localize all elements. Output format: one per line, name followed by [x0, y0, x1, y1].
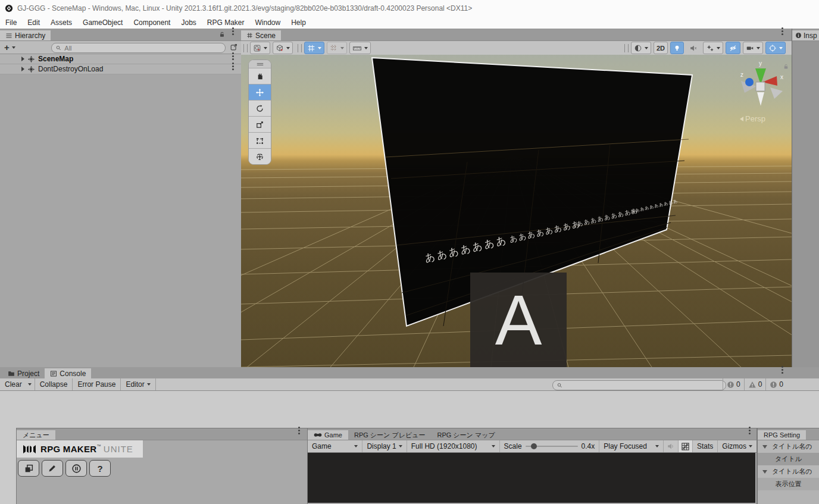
- play-focused-dropdown[interactable]: Play Focused: [599, 440, 664, 452]
- info-count-toggle[interactable]: 0: [723, 378, 744, 390]
- row-kebab-icon[interactable]: [232, 62, 234, 64]
- menu-rpg-maker[interactable]: RPG Maker: [202, 18, 250, 27]
- setting-row-title-name-1[interactable]: タイトル名の: [758, 440, 819, 453]
- display-mode-dropdown[interactable]: Game: [308, 440, 362, 452]
- gizmos-dropdown[interactable]: Gizmos: [718, 440, 757, 452]
- rotate-tool-button[interactable]: [249, 101, 271, 117]
- toolbar-drag-handle[interactable]: [298, 44, 302, 52]
- tab-menu[interactable]: メニュー: [17, 430, 55, 440]
- menu-window[interactable]: Window: [250, 18, 286, 27]
- menu-gameobject[interactable]: GameObject: [77, 18, 128, 27]
- tab-project[interactable]: Project: [2, 368, 45, 378]
- hand-tool-button[interactable]: [249, 68, 271, 84]
- menu-jobs[interactable]: Jobs: [176, 18, 201, 27]
- help-button[interactable]: ?: [89, 460, 111, 477]
- metrics-button[interactable]: [679, 440, 693, 452]
- shaded-mode-dropdown[interactable]: [273, 42, 293, 54]
- lock-icon[interactable]: [218, 31, 226, 38]
- shading-dropdown[interactable]: [631, 42, 651, 54]
- stats-toggle[interactable]: Stats: [693, 440, 718, 452]
- setting-row-title[interactable]: タイトル: [758, 453, 819, 465]
- display-target-dropdown[interactable]: Display 1: [362, 440, 407, 452]
- tab-rpg-scene-map[interactable]: RPG シーン マップ: [431, 430, 501, 440]
- tab-console[interactable]: Console: [45, 368, 91, 378]
- draw-gizmos-dropdown[interactable]: [250, 42, 270, 54]
- tab-hierarchy[interactable]: Hierarchy: [0, 30, 51, 40]
- clear-button[interactable]: Clear: [0, 378, 25, 390]
- camera-settings-dropdown[interactable]: [743, 42, 763, 54]
- rect-tool-button[interactable]: [249, 133, 271, 149]
- scene-viewport[interactable]: あああああああ ああああああああ あああああああああ ああああああああああ A: [241, 55, 792, 367]
- database-button[interactable]: [18, 460, 39, 477]
- console-search-field[interactable]: [552, 380, 726, 390]
- console-search-input[interactable]: [564, 381, 722, 390]
- scale-tool-button[interactable]: [249, 117, 271, 133]
- component-tools-dropdown[interactable]: [765, 42, 786, 54]
- pause-button[interactable]: [65, 460, 87, 477]
- tab-rpg-setting[interactable]: RPG Setting: [758, 430, 806, 440]
- edit-button[interactable]: [42, 460, 63, 477]
- grid-snapping-toggle[interactable]: [304, 42, 324, 54]
- clear-dropdown[interactable]: [25, 378, 35, 390]
- gizmo-center-cube[interactable]: [756, 82, 765, 91]
- axis-neg-z-cone[interactable]: [770, 87, 783, 99]
- gizmo-axes[interactable]: [741, 68, 783, 106]
- game-viewport[interactable]: [308, 453, 755, 503]
- hierarchy-search-field[interactable]: [51, 43, 226, 53]
- create-object-button[interactable]: +: [4, 42, 10, 52]
- scene-lighting-toggle[interactable]: [670, 42, 684, 54]
- gizmo-lock-icon[interactable]: [783, 63, 789, 70]
- error-count-toggle[interactable]: 0: [765, 378, 787, 390]
- menu-assets[interactable]: Assets: [45, 18, 77, 27]
- menu-edit[interactable]: Edit: [22, 18, 45, 27]
- expand-caret-icon[interactable]: [21, 67, 24, 71]
- picker-popout-icon[interactable]: [230, 43, 238, 51]
- increment-snap-dropdown[interactable]: [327, 42, 347, 54]
- tab-game[interactable]: Game: [308, 430, 348, 440]
- menu-component[interactable]: Component: [128, 18, 176, 27]
- tab-rpg-scene-preview[interactable]: RPG シーン プレビュー: [348, 430, 432, 440]
- setting-row-display-position[interactable]: 表示位置: [758, 478, 819, 490]
- menu-help[interactable]: Help: [286, 18, 311, 27]
- menu-file[interactable]: File: [0, 18, 22, 27]
- ruler-units-dropdown[interactable]: [349, 42, 371, 54]
- tab-scene[interactable]: Scene: [241, 30, 281, 40]
- palette-drag-handle[interactable]: [249, 60, 271, 68]
- axis-neg-y-cone[interactable]: [757, 92, 764, 106]
- hierarchy-menu-kebab-icon[interactable]: [232, 27, 234, 29]
- collapse-button[interactable]: Collapse: [35, 378, 73, 390]
- toolbar-drag-handle[interactable]: [243, 44, 248, 52]
- create-object-dropdown-icon[interactable]: [12, 46, 15, 49]
- menu-panel-kebab-icon[interactable]: [298, 427, 300, 428]
- editor-dropdown[interactable]: Editor: [121, 378, 155, 390]
- game-panel-kebab-icon[interactable]: [749, 427, 751, 428]
- expand-caret-icon[interactable]: [21, 57, 24, 61]
- console-menu-kebab-icon[interactable]: [782, 366, 783, 368]
- scene-menu-kebab-icon[interactable]: [782, 27, 783, 29]
- move-tool-button[interactable]: [249, 84, 271, 101]
- toggle-2d-button[interactable]: 2D: [654, 42, 668, 54]
- tab-inspector[interactable]: Insp: [792, 30, 819, 40]
- transform-tool-button[interactable]: [249, 149, 271, 164]
- projection-mode-button[interactable]: Persp: [740, 114, 765, 123]
- letter-a-sprite[interactable]: A: [470, 273, 567, 367]
- warning-count-toggle[interactable]: 0: [744, 378, 766, 390]
- toolbar-drag-handle[interactable]: [624, 44, 629, 52]
- scene-visibility-toggle[interactable]: [726, 42, 740, 54]
- setting-row-title-name-2[interactable]: タイトル名の: [758, 465, 819, 478]
- row-kebab-icon[interactable]: [232, 52, 234, 54]
- hierarchy-search-input[interactable]: [63, 44, 221, 52]
- foldout-arrow-icon[interactable]: [762, 445, 767, 449]
- audio-mute-toggle[interactable]: [686, 42, 701, 54]
- hierarchy-row-scenemap[interactable]: SceneMap: [0, 54, 241, 64]
- hierarchy-row-dontdestroyonload[interactable]: DontDestroyOnLoad: [0, 64, 241, 74]
- console-tab-bar: Project Console: [0, 367, 819, 379]
- scale-slider-knob[interactable]: [531, 443, 537, 449]
- scale-slider[interactable]: [526, 446, 578, 447]
- foldout-arrow-icon[interactable]: [762, 470, 767, 474]
- resolution-dropdown[interactable]: Full HD (1920x1080): [407, 440, 500, 452]
- effects-dropdown[interactable]: [703, 42, 723, 54]
- error-pause-button[interactable]: Error Pause: [73, 378, 121, 390]
- game-audio-toggle[interactable]: [664, 440, 679, 452]
- axis-z-sphere[interactable]: [745, 78, 754, 86]
